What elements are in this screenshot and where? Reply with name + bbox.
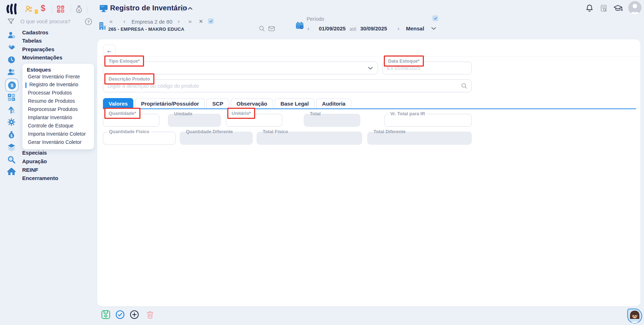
period-checkbox[interactable]	[432, 15, 438, 21]
handshake-icon	[7, 43, 16, 52]
collapse-chevron-icon[interactable]	[188, 7, 193, 10]
quantidade-label: Quantidade*	[104, 108, 140, 119]
tab-auditoria[interactable]: Auditoria	[316, 98, 351, 108]
main-content-card: ← Tipo Estoque* Data Estoque* Descrição …	[97, 39, 640, 306]
company-next-button[interactable]: ›	[178, 18, 180, 25]
submenu-gerar-inventario-coletor[interactable]: Gerar Inventário Coletor	[28, 139, 81, 145]
rail-item-inicio[interactable]	[7, 168, 16, 176]
company-close-button[interactable]: ✕	[199, 18, 203, 25]
sidebar-item-tabelas[interactable]: Tabelas	[22, 38, 42, 44]
assistant-avatar-icon	[627, 308, 643, 324]
rail-item-consultas[interactable]	[7, 155, 16, 164]
topbar-divider	[51, 5, 53, 14]
quick-app-moneybag[interactable]: $	[75, 5, 83, 14]
app-window: $ $ Registro de Inventário	[0, 0, 644, 325]
delete-button[interactable]	[146, 310, 154, 319]
svg-text:$: $	[78, 9, 80, 12]
sidebar-item-preparacoes[interactable]: Preparações	[22, 46, 54, 52]
submenu-resumo-de-produtos[interactable]: Resumo de Produtos	[28, 98, 75, 104]
unitario-label: Unitário*	[227, 108, 255, 119]
info-icon[interactable]	[180, 6, 186, 11]
rail-item-calculos[interactable]	[7, 93, 16, 102]
add-button[interactable]	[130, 310, 139, 319]
company-first-button[interactable]: «	[109, 18, 112, 25]
product-search-icon[interactable]	[461, 83, 467, 89]
period-start-date[interactable]: 01/09/2025	[319, 25, 346, 31]
rail-item-horarios[interactable]	[7, 55, 16, 64]
submenu-implantar-inventario[interactable]: Implantar Inventário	[28, 115, 72, 120]
bell-icon	[585, 4, 594, 13]
filter-icon[interactable]	[7, 18, 15, 25]
assistant-chat-button[interactable]	[627, 308, 643, 324]
descricao-produto-field: Descrição Produto	[103, 79, 472, 92]
sidebar-search-input[interactable]	[20, 18, 75, 25]
rail-item-cadastros[interactable]	[7, 31, 16, 39]
sidebar-item-reinf[interactable]: REINF	[22, 167, 38, 173]
company-icon	[99, 21, 106, 30]
avatar-placeholder-icon	[628, 1, 641, 14]
rail-item-parcerias[interactable]	[7, 43, 16, 52]
tab-base-legal[interactable]: Base Legal	[275, 98, 314, 108]
period-next-button[interactable]: ›	[397, 25, 400, 32]
submenu-controle-de-estoque[interactable]: Controle de Estoque	[28, 123, 74, 128]
submenu-registro-de-inventario[interactable]: Registro de Inventário	[29, 82, 78, 87]
company-search-button[interactable]	[259, 25, 265, 32]
document-search-icon	[600, 4, 608, 13]
submenu-reprocessar-produtos[interactable]: Reprocessar Produtos	[28, 106, 78, 112]
sidebar-item-apuracao[interactable]: Apuração	[22, 158, 47, 164]
estoques-submenu-panel: Estoques Gerar Inventário Frente Registr…	[23, 64, 94, 149]
gear-icon	[7, 118, 16, 126]
sidebar-item-encerramento[interactable]: Encerramento	[22, 175, 58, 181]
total-fisico-label: Total Físico	[261, 128, 290, 135]
rail-item-indicadores[interactable]	[7, 106, 16, 114]
help-button[interactable]: ?	[85, 18, 92, 25]
company-last-button[interactable]: »	[188, 18, 191, 25]
topbar-divider	[86, 5, 88, 14]
submenu-selected-bar	[25, 82, 26, 88]
notifications-button[interactable]	[585, 4, 594, 13]
period-end-date[interactable]: 30/09/2025	[360, 25, 387, 31]
sidebar-item-cadastros[interactable]: Cadastros	[22, 29, 48, 35]
tab-valores[interactable]: Valores	[103, 98, 133, 108]
period-mode-select[interactable]: Mensal	[406, 25, 424, 31]
sidebar-item-movimentacoes[interactable]: Movimentações	[22, 54, 63, 60]
submenu-importa-inventario-coletor[interactable]: Importa Inventário Coletor	[28, 131, 86, 137]
topbar-divider	[70, 5, 71, 14]
descricao-produto-input[interactable]	[103, 79, 472, 92]
quick-app-calculator[interactable]	[56, 5, 65, 13]
rail-item-pessoal[interactable]	[7, 68, 16, 76]
quick-app-users[interactable]	[25, 5, 33, 13]
total-field: Total	[304, 114, 360, 127]
select-chevron-icon[interactable]	[368, 67, 373, 70]
tab-proprietario-possuidor[interactable]: Proprietário/Possuidor	[135, 98, 205, 108]
audit-log-button[interactable]	[600, 4, 608, 13]
user-avatar[interactable]	[628, 1, 641, 14]
sidebar-item-especiais[interactable]: Especiais	[22, 150, 47, 156]
tab-observacao[interactable]: Observação	[231, 98, 273, 108]
training-button[interactable]	[613, 4, 623, 13]
tipo-estoque-select[interactable]	[103, 62, 378, 74]
money-bag-icon: $	[75, 5, 83, 14]
rail-item-estoques-selected[interactable]: $	[8, 81, 16, 90]
period-prev-button[interactable]: ‹	[307, 25, 309, 32]
app-logo[interactable]	[6, 3, 17, 15]
quantidade-fisico-field: Quantidade Físico	[103, 132, 176, 145]
company-prev-button[interactable]: ‹	[123, 18, 125, 25]
company-checkbox[interactable]	[208, 18, 214, 24]
rail-item-configuracoes[interactable]	[7, 118, 16, 126]
check-icon	[209, 19, 213, 23]
submenu-gerar-inventario-frente[interactable]: Gerar Inventário Frente	[28, 74, 80, 79]
check-circle-icon	[115, 310, 125, 319]
quick-app-finance[interactable]: $	[41, 4, 45, 13]
total-diferente-label: Total Diferente	[372, 128, 407, 135]
sidebar-item-estoques[interactable]: Estoques	[27, 67, 51, 73]
rail-item-financeiro[interactable]: $	[7, 130, 16, 140]
tab-scp[interactable]: SCP	[207, 98, 229, 108]
page-title: Registro de Inventário	[110, 4, 187, 12]
submenu-processar-produtos[interactable]: Processar Produtos	[28, 90, 72, 96]
save-button[interactable]	[101, 310, 110, 319]
period-mode-chevron-icon[interactable]	[431, 27, 436, 30]
rail-item-camadas[interactable]	[7, 143, 16, 151]
confirm-button[interactable]	[115, 310, 125, 319]
company-mail-button[interactable]	[268, 26, 275, 31]
